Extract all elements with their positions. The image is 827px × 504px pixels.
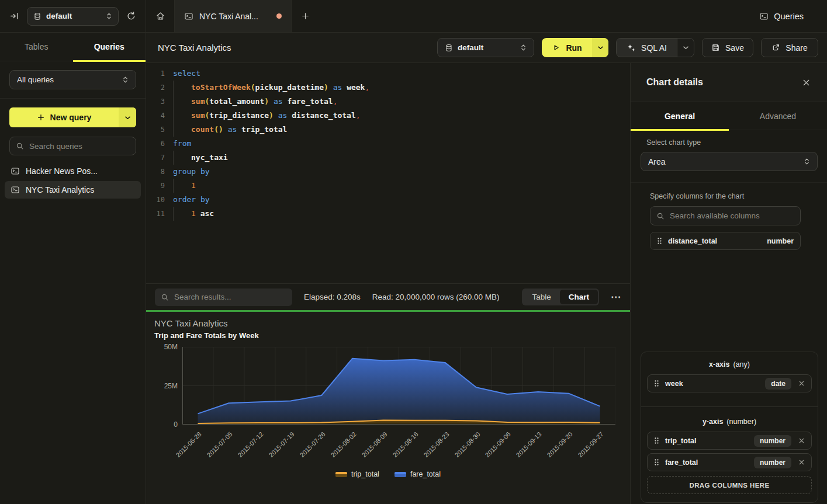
queries-button-label: Queries [774, 12, 804, 21]
tab-nyc-taxi-analytics[interactable]: NYC Taxi Anal... [175, 0, 292, 32]
code-line[interactable]: 5count() as trip_total [146, 123, 630, 137]
line-number: 11 [146, 207, 165, 221]
chart-details-panel: Chart details General Advanced Select ch… [630, 63, 827, 504]
columns-search-placeholder: Search available columns [670, 211, 760, 220]
column-chip[interactable]: fare_totalnumber [647, 453, 812, 471]
y-axis-columns: trip_totalnumberfare_totalnumber [647, 432, 812, 471]
run-database-selector[interactable]: default [437, 38, 534, 57]
column-name: distance_total [668, 237, 717, 245]
home-icon [155, 11, 165, 21]
column-chip[interactable]: weekdate [647, 374, 812, 392]
sql-ai-label: SQL AI [641, 43, 667, 53]
code-line[interactable]: 8group by [146, 165, 630, 179]
results-search-input[interactable]: Search results... [155, 289, 292, 306]
chevrons-updown-icon [122, 76, 129, 84]
chevrons-updown-icon [804, 158, 810, 165]
query-filter-selector[interactable]: All queries [9, 70, 136, 89]
column-name: week [665, 380, 683, 388]
code-text: from [173, 137, 191, 151]
sql-editor-lines: 1select2toStartOfWeek(pickup_datetime) a… [146, 67, 630, 221]
drag-handle-icon[interactable] [654, 437, 659, 444]
home-button[interactable] [146, 0, 175, 32]
code-line[interactable]: 4sum(trip_distance) as distance_total, [146, 109, 630, 123]
new-query-button[interactable]: New query [9, 107, 136, 127]
collapse-sidebar-icon[interactable] [9, 11, 19, 21]
line-number: 10 [146, 193, 165, 207]
remove-column-icon[interactable] [798, 459, 805, 465]
sql-console-app: default NYC Taxi Anal... [0, 0, 827, 504]
query-tab-icon [184, 12, 193, 21]
query-search-placeholder: Search queries [29, 142, 82, 151]
drag-handle-icon[interactable] [654, 458, 659, 466]
query-search-input[interactable]: Search queries [9, 137, 136, 155]
remove-column-icon[interactable] [798, 380, 805, 387]
column-chip[interactable]: trip_totalnumber [647, 432, 812, 450]
legend-item-fare_total[interactable]: fare_total [395, 470, 441, 478]
save-label: Save [725, 43, 744, 53]
tab-advanced[interactable]: Advanced [729, 102, 827, 130]
run-dropdown[interactable] [592, 38, 608, 57]
query-filter-value: All queries [17, 75, 54, 84]
topbar-left: default [0, 0, 146, 32]
sidebar-tab-queries[interactable]: Queries [73, 33, 146, 61]
more-options-icon[interactable]: ⋯ [611, 294, 621, 300]
drag-handle-icon[interactable] [657, 237, 662, 245]
code-line[interactable]: 7nyc_taxi [146, 151, 630, 165]
run-button[interactable]: Run [542, 38, 608, 57]
query-item-label: NYC Taxi Analytics [26, 185, 94, 194]
code-text: sum(trip_distance) as distance_total, [173, 109, 361, 123]
query-icon [11, 185, 20, 194]
new-tab-button[interactable] [292, 0, 319, 32]
code-line[interactable]: 2toStartOfWeek(pickup_datetime) as week, [146, 81, 630, 95]
plus-icon [37, 113, 45, 121]
code-line[interactable]: 111 asc [146, 207, 630, 221]
code-line[interactable]: 10order by [146, 193, 630, 207]
columns-search-input[interactable]: Search available columns [650, 206, 801, 225]
chart-type-value: Area [648, 157, 666, 166]
available-columns-list: distance_totalnumber [650, 232, 801, 253]
save-button[interactable]: Save [702, 38, 753, 57]
queries-button[interactable]: Queries [759, 0, 804, 32]
chart-details-tabs: General Advanced [631, 102, 827, 130]
sql-ai-dropdown[interactable] [677, 39, 694, 57]
line-number: 8 [146, 165, 165, 179]
code-text: count() as trip_total [173, 123, 287, 137]
database-selector[interactable]: default [27, 7, 119, 26]
chart-type-selector[interactable]: Area [641, 152, 818, 171]
new-query-dropdown[interactable] [119, 107, 136, 127]
chevron-down-icon [124, 114, 131, 121]
remove-column-icon[interactable] [798, 437, 805, 444]
code-line[interactable]: 3sum(total_amount) as fare_total, [146, 95, 630, 109]
x-axis-header: x-axis (any) [647, 359, 812, 374]
sql-editor[interactable]: 1select2toStartOfWeek(pickup_datetime) a… [146, 63, 630, 283]
column-type-badge: date [765, 378, 791, 390]
y-axis-tick: 25M [150, 382, 178, 390]
code-line[interactable]: 6from [146, 137, 630, 151]
column-type-badge: number [754, 457, 791, 468]
query-list-item[interactable]: Hacker News Pos... [5, 162, 141, 180]
close-icon[interactable] [802, 78, 811, 87]
drop-zone[interactable]: DRAG COLUMNS HERE [647, 476, 812, 494]
tab-general[interactable]: General [631, 102, 729, 130]
code-text: 1 asc [173, 207, 214, 221]
topbar-spacer [319, 0, 759, 32]
drag-handle-icon[interactable] [654, 380, 659, 387]
y-axis-hint: (number) [726, 418, 756, 426]
view-toggle-chart[interactable]: Chart [560, 290, 598, 304]
sidebar-tab-tables[interactable]: Tables [0, 33, 73, 61]
chart-legend: trip_totalfare_total [146, 470, 630, 478]
query-item-label: Hacker News Pos... [26, 166, 98, 176]
share-button[interactable]: Share [761, 38, 818, 57]
legend-item-trip_total[interactable]: trip_total [335, 470, 379, 478]
code-line[interactable]: 91 [146, 179, 630, 193]
results-search-placeholder: Search results... [174, 293, 231, 301]
refresh-icon[interactable] [126, 11, 136, 21]
view-toggle-table[interactable]: Table [523, 290, 559, 304]
chevrons-updown-icon [520, 44, 527, 51]
chart-type-label: Select chart type [646, 138, 701, 147]
query-list-item[interactable]: NYC Taxi Analytics [5, 181, 141, 199]
column-chip[interactable]: distance_totalnumber [650, 232, 801, 250]
sql-ai-button[interactable]: SQL AI [616, 38, 694, 57]
play-icon [552, 43, 560, 52]
code-line[interactable]: 1select [146, 67, 630, 81]
